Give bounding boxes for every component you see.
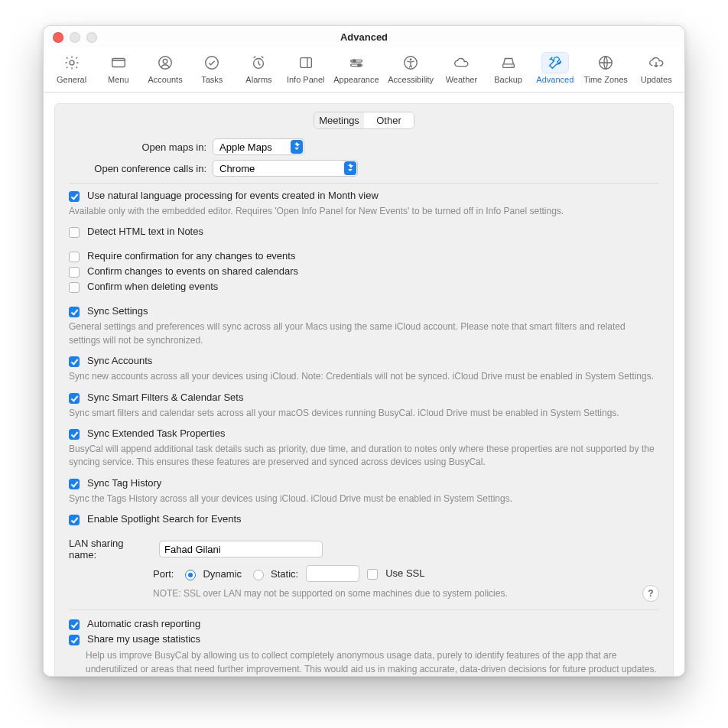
nlp-checkbox-row[interactable]: Use natural language processing for even…: [69, 190, 659, 202]
tools-icon: [541, 52, 569, 73]
port-static-input[interactable]: [306, 565, 359, 582]
use-ssl-label: Use SSL: [385, 567, 424, 579]
crash-reporting-row[interactable]: Automatic crash reporting: [69, 618, 659, 630]
open-conf-select[interactable]: Chrome: [213, 160, 358, 177]
sync-tags-hint: Sync the Tags History across all your de…: [69, 492, 659, 505]
sync-settings-row[interactable]: Sync Settings: [69, 305, 659, 317]
nlp-hint: Available only with the embedded editor.…: [69, 205, 659, 218]
port-static-radio[interactable]: [253, 570, 264, 580]
toolbar: General Menu Accounts Tasks Alarms: [44, 47, 684, 93]
svg-point-10: [358, 63, 361, 67]
toolbar-tasks[interactable]: Tasks: [189, 50, 235, 86]
toolbar-label: Menu: [96, 75, 141, 84]
window-title: Advanced: [340, 31, 388, 43]
sync-tags-row[interactable]: Sync Tag History: [69, 477, 659, 489]
toolbar-weather[interactable]: Weather: [438, 50, 484, 86]
sync-tags-checkbox[interactable]: [69, 479, 80, 489]
toolbar-label: Weather: [438, 75, 484, 84]
detect-html-row[interactable]: Detect HTML text in Notes: [69, 226, 659, 238]
require-confirmation-label: Require confirmation for any changes to …: [87, 250, 295, 262]
require-confirmation-row[interactable]: Require confirmation for any changes to …: [69, 250, 659, 262]
confirm-shared-checkbox[interactable]: [69, 267, 80, 278]
tab-meetings[interactable]: Meetings: [314, 112, 364, 128]
toolbar-label: Accounts: [142, 75, 188, 84]
titlebar: Advanced: [44, 26, 684, 47]
toolbar-infopanel[interactable]: Info Panel: [283, 50, 329, 86]
toolbar-updates[interactable]: Updates: [633, 50, 679, 86]
svg-point-3: [163, 59, 167, 63]
toolbar-advanced[interactable]: Advanced: [532, 50, 578, 86]
sync-accounts-label: Sync Accounts: [87, 355, 152, 366]
panel-icon: [293, 53, 319, 73]
toolbar-accounts[interactable]: Accounts: [142, 50, 188, 86]
toolbar-general[interactable]: General: [49, 50, 95, 86]
open-maps-select[interactable]: Apple Maps: [213, 138, 304, 155]
confirm-shared-row[interactable]: Confirm changes to events on shared cale…: [69, 265, 659, 278]
port-dynamic-row[interactable]: Dynamic: [181, 567, 242, 580]
lan-name-input[interactable]: [159, 541, 323, 557]
sync-smart-row[interactable]: Sync Smart Filters & Calendar Sets: [69, 392, 659, 404]
minimize-button[interactable]: [70, 32, 80, 43]
sync-accounts-checkbox[interactable]: [69, 356, 80, 367]
svg-point-12: [410, 58, 412, 60]
accessibility-icon: [398, 53, 424, 73]
open-maps-select-control[interactable]: Apple Maps: [213, 138, 304, 155]
globe-icon: [593, 53, 619, 73]
nlp-checkbox[interactable]: [69, 191, 80, 202]
settings-panel: Meetings Other Open maps in: Apple Maps …: [54, 103, 674, 676]
toolbar-backup[interactable]: Backup: [486, 50, 531, 86]
close-button[interactable]: [53, 32, 63, 43]
content: Meetings Other Open maps in: Apple Maps …: [44, 93, 684, 676]
divider: [69, 183, 659, 184]
detect-html-label: Detect HTML text in Notes: [87, 226, 203, 237]
toolbar-menu[interactable]: Menu: [96, 50, 141, 86]
svg-point-9: [353, 60, 356, 63]
sync-extended-checkbox[interactable]: [69, 429, 80, 440]
sync-accounts-row[interactable]: Sync Accounts: [69, 355, 659, 367]
sync-smart-checkbox[interactable]: [69, 393, 80, 404]
sync-settings-checkbox[interactable]: [69, 307, 80, 317]
require-confirmation-checkbox[interactable]: [69, 252, 80, 262]
confirm-shared-label: Confirm changes to events on shared cale…: [87, 265, 298, 277]
gear-icon: [59, 53, 85, 73]
spotlight-row[interactable]: Enable Spotlight Search for Events: [69, 513, 659, 525]
sync-settings-label: Sync Settings: [87, 305, 148, 317]
confirm-deleting-checkbox[interactable]: [69, 282, 80, 293]
use-ssl-row[interactable]: Use SSL: [367, 567, 424, 580]
sync-tags-label: Sync Tag History: [87, 477, 161, 489]
toolbar-timezones[interactable]: Time Zones: [579, 50, 632, 86]
svg-point-0: [70, 60, 74, 65]
help-button[interactable]: ?: [642, 585, 659, 602]
usage-stats-checkbox[interactable]: [69, 635, 80, 645]
spotlight-label: Enable Spotlight Search for Events: [87, 513, 242, 525]
toolbar-label: Accessibility: [384, 75, 437, 84]
spotlight-checkbox[interactable]: [69, 515, 80, 525]
alarm-icon: [245, 53, 271, 73]
zoom-button[interactable]: [86, 32, 97, 43]
sync-extended-row[interactable]: Sync Extended Task Properties: [69, 427, 659, 440]
toolbar-label: Tasks: [189, 75, 235, 84]
toolbar-appearance[interactable]: Appearance: [330, 50, 383, 86]
usage-stats-hint: Help us improve BusyCal by allowing us t…: [86, 648, 659, 676]
window-controls: [53, 32, 97, 43]
port-static-row[interactable]: Static:: [249, 567, 298, 580]
toolbar-alarms[interactable]: Alarms: [236, 50, 281, 86]
port-dynamic-radio[interactable]: [185, 570, 196, 580]
toolbar-accessibility[interactable]: Accessibility: [384, 50, 437, 86]
usage-stats-row[interactable]: Share my usage statistics: [69, 633, 659, 645]
crash-reporting-label: Automatic crash reporting: [87, 618, 200, 629]
subtabs: Meetings Other: [314, 112, 414, 129]
open-conf-select-control[interactable]: Chrome: [213, 160, 358, 177]
tab-other[interactable]: Other: [364, 112, 414, 128]
account-icon: [152, 53, 178, 73]
svg-point-14: [511, 65, 512, 66]
drive-icon: [496, 53, 522, 73]
sync-extended-hint: BusyCal will append additional task deta…: [69, 443, 659, 470]
svg-point-4: [206, 57, 219, 70]
confirm-deleting-row[interactable]: Confirm when deleting events: [69, 281, 659, 293]
svg-rect-1: [112, 59, 125, 67]
detect-html-checkbox[interactable]: [69, 227, 80, 238]
nlp-label: Use natural language processing for even…: [87, 190, 379, 201]
use-ssl-checkbox[interactable]: [367, 569, 378, 580]
crash-reporting-checkbox[interactable]: [69, 619, 80, 630]
